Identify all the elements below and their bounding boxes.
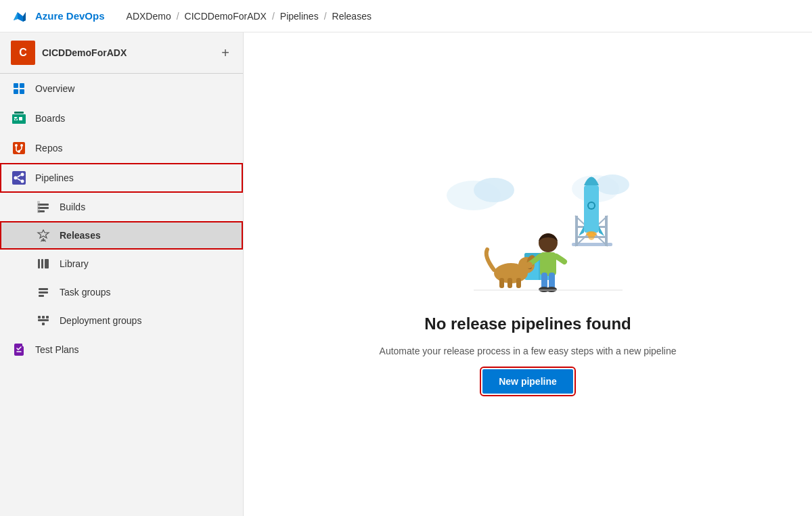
content-area: No release pipelines found Automate your… <box>244 32 812 516</box>
svg-rect-4 <box>20 89 24 94</box>
svg-rect-37 <box>42 323 45 325</box>
add-project-button[interactable]: + <box>219 43 232 64</box>
library-icon <box>35 256 51 272</box>
svg-rect-6 <box>14 112 24 114</box>
svg-rect-28 <box>45 259 49 268</box>
svg-point-54 <box>588 232 595 240</box>
sidebar-item-builds[interactable]: Builds <box>0 193 243 221</box>
svg-point-16 <box>21 173 24 177</box>
svg-rect-26 <box>38 259 40 268</box>
sidebar-item-deploygroups[interactable]: Deployment groups <box>0 306 243 335</box>
sidebar-item-overview-label: Overview <box>35 83 74 94</box>
sidebar-item-builds-label: Builds <box>60 202 85 212</box>
svg-rect-31 <box>39 295 44 297</box>
sidebar-item-releases[interactable]: Releases <box>0 221 243 250</box>
logo-text: Azure DevOps <box>35 10 105 22</box>
svg-rect-8 <box>19 117 22 120</box>
empty-state-illustration <box>420 155 636 304</box>
svg-rect-62 <box>499 278 504 288</box>
svg-rect-32 <box>37 286 49 287</box>
sidebar-item-boards[interactable]: Boards <box>0 103 243 133</box>
breadcrumb-cicd[interactable]: CICDDemoForADX <box>185 11 267 22</box>
svg-rect-29 <box>39 288 48 290</box>
project-name: CICDDemoForADX <box>42 47 212 58</box>
breadcrumb-releases[interactable]: Releases <box>332 11 371 22</box>
sidebar-item-pipelines-label: Pipelines <box>35 172 74 183</box>
svg-rect-3 <box>14 89 18 94</box>
overview-icon <box>11 80 27 97</box>
repos-icon <box>11 140 27 156</box>
svg-rect-63 <box>508 278 512 288</box>
svg-rect-44 <box>575 216 578 246</box>
boards-icon <box>11 110 27 126</box>
svg-rect-35 <box>42 316 45 319</box>
new-pipeline-button[interactable]: New pipeline <box>482 369 573 394</box>
sidebar-item-pipelines[interactable]: Pipelines <box>0 163 243 193</box>
svg-rect-30 <box>39 291 48 294</box>
pipelines-icon <box>11 170 27 186</box>
deploygroups-icon <box>35 312 51 329</box>
main-layout: C CICDDemoForADX + Overview <box>0 32 812 516</box>
sidebar-item-taskgroups-label: Task groups <box>60 287 110 298</box>
svg-rect-64 <box>516 278 521 288</box>
svg-rect-36 <box>46 316 49 319</box>
svg-point-42 <box>595 174 629 195</box>
sidebar-item-library[interactable]: Library <box>0 250 243 278</box>
project-avatar: C <box>11 41 35 65</box>
svg-rect-27 <box>41 259 43 268</box>
breadcrumb-sep-2: / <box>272 11 275 22</box>
svg-rect-1 <box>14 83 18 88</box>
azure-devops-logo-icon <box>11 7 30 26</box>
sidebar-item-repos-label: Repos <box>35 143 62 154</box>
sidebar-item-releases-label: Releases <box>60 230 101 241</box>
breadcrumb-sep-3: / <box>324 11 327 22</box>
svg-point-40 <box>474 178 514 202</box>
sidebar-item-repos[interactable]: Repos <box>0 133 243 163</box>
empty-state: No release pipelines found Automate your… <box>380 155 677 394</box>
svg-point-11 <box>20 144 23 147</box>
releases-icon <box>35 227 51 243</box>
svg-rect-23 <box>37 201 40 213</box>
svg-point-71 <box>526 262 533 268</box>
sidebar-item-taskgroups[interactable]: Task groups <box>0 278 243 306</box>
svg-rect-33 <box>38 319 49 321</box>
breadcrumb-pipelines[interactable]: Pipelines <box>280 11 319 22</box>
project-header: C CICDDemoForADX + <box>0 32 243 74</box>
svg-point-10 <box>15 144 18 147</box>
sidebar-item-deploygroups-label: Deployment groups <box>60 315 141 326</box>
svg-point-17 <box>21 180 24 183</box>
sidebar-item-boards-label: Boards <box>35 113 65 124</box>
svg-point-15 <box>14 177 18 180</box>
breadcrumb-adxdemo[interactable]: ADXDemo <box>127 11 171 22</box>
sidebar-item-overview[interactable]: Overview <box>0 74 243 103</box>
breadcrumb: ADXDemo / CICDDemoForADX / Pipelines / R… <box>127 11 371 22</box>
testplans-icon <box>11 342 27 358</box>
sidebar-item-testplans-label: Test Plans <box>35 344 79 355</box>
logo[interactable]: Azure DevOps <box>11 7 105 26</box>
taskgroups-icon <box>35 284 51 300</box>
sidebar: C CICDDemoForADX + Overview <box>0 32 244 516</box>
svg-point-70 <box>546 287 557 292</box>
svg-rect-2 <box>20 83 24 88</box>
empty-state-title: No release pipelines found <box>424 314 631 333</box>
builds-icon <box>35 199 51 215</box>
svg-point-52 <box>589 203 594 208</box>
svg-rect-45 <box>605 216 608 246</box>
top-bar: Azure DevOps ADXDemo / CICDDemoForADX / … <box>0 0 812 32</box>
empty-state-subtitle: Automate your release process in a few e… <box>380 344 677 358</box>
svg-rect-34 <box>38 316 41 319</box>
breadcrumb-sep-1: / <box>177 11 179 22</box>
sidebar-item-testplans[interactable]: Test Plans <box>0 335 243 365</box>
sidebar-item-library-label: Library <box>60 258 89 269</box>
